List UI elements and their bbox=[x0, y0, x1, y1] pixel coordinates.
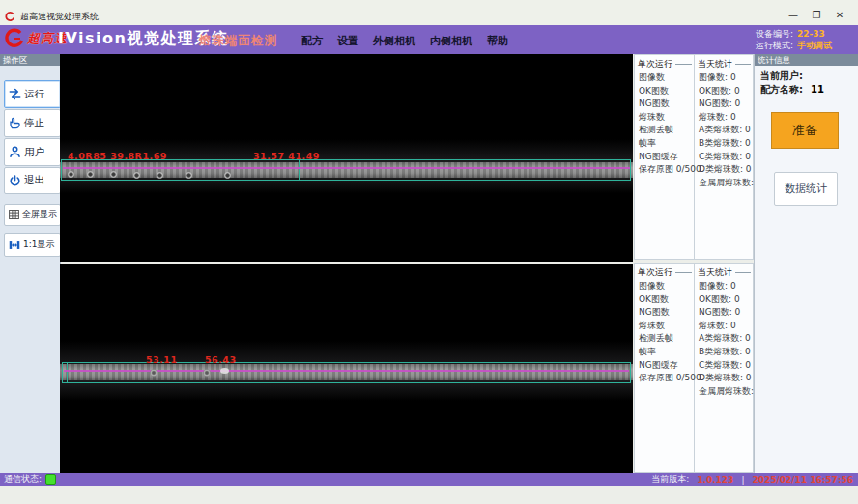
bead-marker bbox=[157, 172, 163, 179]
one-to-one-icon bbox=[8, 238, 21, 252]
stat-value: A类熔珠数: 0 bbox=[695, 124, 753, 137]
camera-viewport-outer[interactable]: 4.0R85 39.8R1.69 31.57 41.49 bbox=[60, 54, 633, 262]
measurement-line bbox=[64, 370, 629, 372]
menu-help[interactable]: 帮助 bbox=[487, 34, 508, 48]
desktop-background bbox=[0, 486, 858, 504]
stat-value: NG图数: 0 bbox=[695, 98, 753, 111]
comm-status-label: 通信状态: bbox=[4, 473, 42, 486]
titlebar: 超高速视觉处理系统 — ❐ ✕ bbox=[0, 0, 858, 25]
comm-status-led bbox=[45, 474, 56, 485]
stat-value: OK图数: 0 bbox=[695, 85, 753, 98]
restore-button[interactable]: ❐ bbox=[806, 8, 827, 23]
menu-recipe[interactable]: 配方 bbox=[301, 34, 323, 48]
stat-value: 熔珠数: 0 bbox=[695, 320, 753, 333]
stat-value: OK图数: 0 bbox=[695, 294, 753, 307]
stat-value: C类熔珠数: 0 bbox=[695, 359, 753, 373]
close-button[interactable]: ✕ bbox=[829, 8, 850, 23]
single-run-column: 单次运行 图像数 OK图数 NG图数 熔珠数 检测丢帧 帧率 NG图缓存 保存原… bbox=[635, 55, 695, 259]
detection-roi-outline bbox=[62, 362, 631, 383]
run-button[interactable]: 运行 bbox=[4, 80, 61, 108]
single-run-column: 单次运行 图像数 OK图数 NG图数 熔珠数 检测丢帧 帧率 NG图缓存 保存原… bbox=[635, 264, 695, 472]
measurement-annotation: 31.57 41.49 bbox=[253, 151, 320, 161]
datetime-value: 2025/02/11 16:57:56 bbox=[752, 475, 853, 485]
roi-divider-line bbox=[299, 159, 300, 180]
current-user-label: 当前用户: bbox=[760, 70, 803, 81]
menu-inner-camera[interactable]: 内侧相机 bbox=[430, 34, 472, 48]
camera-viewport-inner[interactable]: 53.11 56.43 bbox=[60, 264, 633, 473]
stat-label: 帧率 bbox=[635, 346, 694, 359]
device-number-value: 22-33 bbox=[797, 29, 825, 39]
ready-button[interactable]: 准备 bbox=[771, 112, 839, 149]
app-window: 超高速视觉处理系统 — ❐ ✕ 超高速 IVision视觉处理系统 熔珠端面检测… bbox=[0, 0, 858, 504]
reflection-spot bbox=[220, 368, 229, 374]
status-bar: 通信状态: 当前版本: 1.0.123 | 2025/02/11 16:57:5… bbox=[0, 473, 858, 486]
data-statistics-button[interactable]: 数据统计 bbox=[774, 172, 838, 206]
today-stats-column: 当天统计 图像数: 0 OK图数: 0 NG图数: 0 熔珠数: 0 A类熔珠数… bbox=[695, 264, 753, 472]
app-logo-icon bbox=[5, 12, 15, 22]
run-icon bbox=[8, 87, 22, 101]
fullscreen-grid-icon bbox=[8, 209, 20, 221]
user-button[interactable]: 用户 bbox=[4, 138, 61, 166]
app-header: 超高速 IVision视觉处理系统 熔珠端面检测 配方 设置 外侧相机 内侧相机… bbox=[0, 25, 858, 54]
sidebar-operations: 操作区 运行 停止 用户 bbox=[0, 54, 61, 473]
stat-label: OK图数 bbox=[635, 85, 694, 98]
stat-value: 金属屑熔珠数: 0 bbox=[695, 385, 753, 399]
stop-button[interactable]: 停止 bbox=[4, 109, 61, 137]
one-to-one-button[interactable]: 1:1显示 bbox=[4, 233, 61, 257]
app-subtitle: 熔珠端面检测 bbox=[199, 33, 277, 49]
stats-panel-outer: 单次运行 图像数 OK图数 NG图数 熔珠数 检测丢帧 帧率 NG图缓存 保存原… bbox=[634, 54, 754, 260]
bead-marker bbox=[186, 172, 192, 179]
status-separator: | bbox=[741, 475, 744, 485]
bead-marker bbox=[68, 171, 74, 178]
single-run-title: 单次运行 bbox=[638, 58, 672, 70]
today-stats-title: 当天统计 bbox=[698, 58, 732, 70]
version-label: 当前版本: bbox=[651, 473, 689, 486]
info-panel: 统计信息 当前用户: 配方名称:11 准备 数据统计 bbox=[754, 54, 858, 473]
bead-marker bbox=[203, 369, 211, 377]
recipe-name-row: 配方名称:11 bbox=[760, 83, 824, 97]
info-panel-title: 统计信息 bbox=[755, 54, 858, 66]
bead-marker bbox=[133, 172, 140, 179]
stat-label: 检测丢帧 bbox=[635, 124, 694, 137]
run-mode-value: 手动调试 bbox=[797, 41, 832, 50]
recipe-name-label: 配方名称: bbox=[760, 84, 803, 95]
stat-label: 检测丢帧 bbox=[635, 332, 694, 346]
hand-stop-icon bbox=[8, 116, 22, 130]
stats-panel-inner: 单次运行 图像数 OK图数 NG图数 熔珠数 检测丢帧 帧率 NG图缓存 保存原… bbox=[634, 263, 754, 473]
bead-marker bbox=[87, 171, 94, 178]
detection-roi-outline bbox=[61, 159, 631, 181]
bead-marker bbox=[224, 172, 231, 179]
stat-label: 熔珠数 bbox=[635, 111, 694, 125]
version-value: 1.0.123 bbox=[697, 475, 733, 485]
menu-outer-camera[interactable]: 外侧相机 bbox=[373, 34, 415, 48]
fullscreen-button[interactable]: 全屏显示 bbox=[4, 204, 61, 226]
measurement-annotation: 4.0R85 39.8R1.69 bbox=[68, 151, 167, 161]
device-number-label: 设备编号: bbox=[756, 29, 793, 39]
run-label: 运行 bbox=[24, 88, 44, 101]
user-label: 用户 bbox=[24, 146, 44, 159]
stat-value: NG图数: 0 bbox=[695, 306, 753, 320]
menu-settings[interactable]: 设置 bbox=[337, 34, 358, 48]
stat-value: 图像数: 0 bbox=[695, 71, 753, 85]
today-stats-title: 当天统计 bbox=[698, 266, 732, 279]
stat-label: 保存原图 0/500 bbox=[635, 163, 694, 177]
stat-value: 金属屑熔珠数: 0 bbox=[695, 177, 753, 190]
exit-button[interactable]: 退出 bbox=[4, 167, 61, 194]
stat-value: D类熔珠数: 0 bbox=[695, 163, 753, 177]
window-title: 超高速视觉处理系统 bbox=[20, 11, 99, 23]
stat-label: 帧率 bbox=[635, 137, 694, 151]
roi-divider-line bbox=[67, 362, 68, 382]
menu-bar: 配方 设置 外侧相机 内侧相机 帮助 bbox=[301, 34, 508, 48]
stat-label: NG图数 bbox=[635, 306, 694, 320]
minimize-button[interactable]: — bbox=[783, 8, 804, 23]
device-info: 设备编号:22-33 运行模式:手动调试 bbox=[756, 28, 852, 51]
measurement-annotation: 56.43 bbox=[205, 354, 237, 365]
current-user-row: 当前用户: bbox=[760, 70, 811, 83]
stat-label: 保存原图 0/500 bbox=[635, 372, 694, 385]
stat-label: OK图数 bbox=[635, 294, 694, 307]
stat-value: C类熔珠数: 0 bbox=[695, 151, 753, 164]
run-mode-label: 运行模式: bbox=[756, 41, 793, 50]
power-icon bbox=[8, 174, 22, 188]
stat-value: 图像数: 0 bbox=[695, 280, 753, 294]
today-stats-column: 当天统计 图像数: 0 OK图数: 0 NG图数: 0 熔珠数: 0 A类熔珠数… bbox=[695, 55, 753, 259]
